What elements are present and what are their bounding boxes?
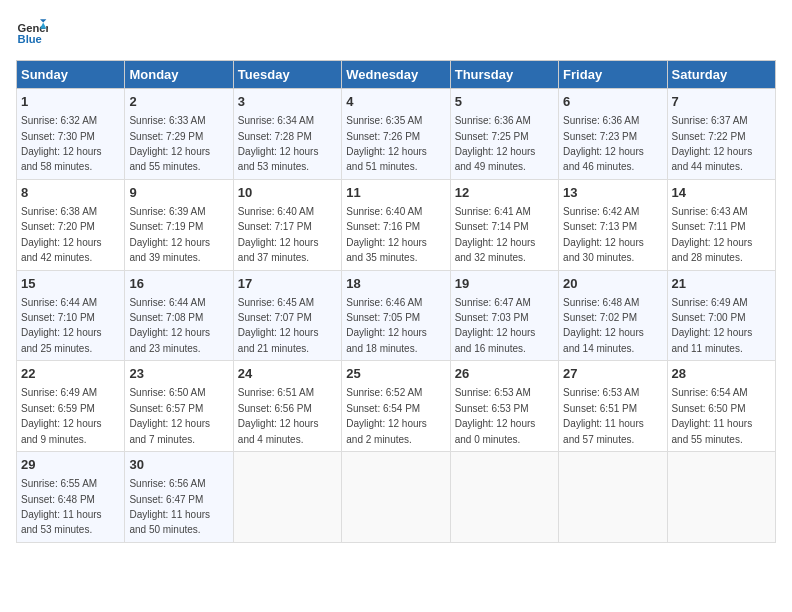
daylight-text: Daylight: 12 hours and 11 minutes. <box>672 327 753 353</box>
sunset-text: Sunset: 7:28 PM <box>238 131 312 142</box>
calendar-day-cell: 6 Sunrise: 6:36 AM Sunset: 7:23 PM Dayli… <box>559 89 667 180</box>
daylight-text: Daylight: 12 hours and 44 minutes. <box>672 146 753 172</box>
day-number: 7 <box>672 93 771 111</box>
day-number: 14 <box>672 184 771 202</box>
calendar-day-cell: 9 Sunrise: 6:39 AM Sunset: 7:19 PM Dayli… <box>125 179 233 270</box>
calendar-week-row: 8 Sunrise: 6:38 AM Sunset: 7:20 PM Dayli… <box>17 179 776 270</box>
day-number: 26 <box>455 365 554 383</box>
calendar-day-cell: 18 Sunrise: 6:46 AM Sunset: 7:05 PM Dayl… <box>342 270 450 361</box>
calendar-day-cell: 5 Sunrise: 6:36 AM Sunset: 7:25 PM Dayli… <box>450 89 558 180</box>
daylight-text: Daylight: 11 hours and 57 minutes. <box>563 418 644 444</box>
sunrise-text: Sunrise: 6:49 AM <box>672 297 748 308</box>
daylight-text: Daylight: 12 hours and 51 minutes. <box>346 146 427 172</box>
calendar-day-cell: 24 Sunrise: 6:51 AM Sunset: 6:56 PM Dayl… <box>233 361 341 452</box>
calendar-day-cell: 26 Sunrise: 6:53 AM Sunset: 6:53 PM Dayl… <box>450 361 558 452</box>
day-number: 27 <box>563 365 662 383</box>
sunrise-text: Sunrise: 6:52 AM <box>346 387 422 398</box>
day-number: 8 <box>21 184 120 202</box>
day-number: 25 <box>346 365 445 383</box>
day-number: 17 <box>238 275 337 293</box>
day-number: 10 <box>238 184 337 202</box>
daylight-text: Daylight: 11 hours and 50 minutes. <box>129 509 210 535</box>
day-number: 29 <box>21 456 120 474</box>
sunrise-text: Sunrise: 6:36 AM <box>455 115 531 126</box>
daylight-text: Daylight: 11 hours and 55 minutes. <box>672 418 753 444</box>
calendar-day-cell: 25 Sunrise: 6:52 AM Sunset: 6:54 PM Dayl… <box>342 361 450 452</box>
calendar-day-cell: 15 Sunrise: 6:44 AM Sunset: 7:10 PM Dayl… <box>17 270 125 361</box>
daylight-text: Daylight: 12 hours and 9 minutes. <box>21 418 102 444</box>
page-header: General Blue <box>16 16 776 48</box>
calendar-week-row: 15 Sunrise: 6:44 AM Sunset: 7:10 PM Dayl… <box>17 270 776 361</box>
sunset-text: Sunset: 7:13 PM <box>563 221 637 232</box>
daylight-text: Daylight: 12 hours and 14 minutes. <box>563 327 644 353</box>
calendar-day-cell: 4 Sunrise: 6:35 AM Sunset: 7:26 PM Dayli… <box>342 89 450 180</box>
daylight-text: Daylight: 12 hours and 25 minutes. <box>21 327 102 353</box>
day-number: 12 <box>455 184 554 202</box>
calendar-day-cell: 19 Sunrise: 6:47 AM Sunset: 7:03 PM Dayl… <box>450 270 558 361</box>
daylight-text: Daylight: 12 hours and 32 minutes. <box>455 237 536 263</box>
weekday-header-row: SundayMondayTuesdayWednesdayThursdayFrid… <box>17 61 776 89</box>
daylight-text: Daylight: 11 hours and 53 minutes. <box>21 509 102 535</box>
calendar-day-cell: 12 Sunrise: 6:41 AM Sunset: 7:14 PM Dayl… <box>450 179 558 270</box>
weekday-header-cell: Wednesday <box>342 61 450 89</box>
sunrise-text: Sunrise: 6:49 AM <box>21 387 97 398</box>
daylight-text: Daylight: 12 hours and 42 minutes. <box>21 237 102 263</box>
sunset-text: Sunset: 7:29 PM <box>129 131 203 142</box>
calendar-day-cell: 3 Sunrise: 6:34 AM Sunset: 7:28 PM Dayli… <box>233 89 341 180</box>
calendar-day-cell: 2 Sunrise: 6:33 AM Sunset: 7:29 PM Dayli… <box>125 89 233 180</box>
calendar-day-cell: 1 Sunrise: 6:32 AM Sunset: 7:30 PM Dayli… <box>17 89 125 180</box>
sunrise-text: Sunrise: 6:32 AM <box>21 115 97 126</box>
sunrise-text: Sunrise: 6:46 AM <box>346 297 422 308</box>
daylight-text: Daylight: 12 hours and 55 minutes. <box>129 146 210 172</box>
sunrise-text: Sunrise: 6:38 AM <box>21 206 97 217</box>
daylight-text: Daylight: 12 hours and 53 minutes. <box>238 146 319 172</box>
sunrise-text: Sunrise: 6:50 AM <box>129 387 205 398</box>
sunset-text: Sunset: 7:26 PM <box>346 131 420 142</box>
daylight-text: Daylight: 12 hours and 21 minutes. <box>238 327 319 353</box>
sunset-text: Sunset: 7:30 PM <box>21 131 95 142</box>
day-number: 28 <box>672 365 771 383</box>
day-number: 3 <box>238 93 337 111</box>
calendar-table: SundayMondayTuesdayWednesdayThursdayFrid… <box>16 60 776 543</box>
sunset-text: Sunset: 7:22 PM <box>672 131 746 142</box>
day-number: 20 <box>563 275 662 293</box>
daylight-text: Daylight: 12 hours and 7 minutes. <box>129 418 210 444</box>
sunrise-text: Sunrise: 6:34 AM <box>238 115 314 126</box>
day-number: 23 <box>129 365 228 383</box>
weekday-header-cell: Saturday <box>667 61 775 89</box>
calendar-body: 1 Sunrise: 6:32 AM Sunset: 7:30 PM Dayli… <box>17 89 776 543</box>
sunset-text: Sunset: 6:50 PM <box>672 403 746 414</box>
calendar-day-cell: 17 Sunrise: 6:45 AM Sunset: 7:07 PM Dayl… <box>233 270 341 361</box>
sunrise-text: Sunrise: 6:33 AM <box>129 115 205 126</box>
calendar-week-row: 1 Sunrise: 6:32 AM Sunset: 7:30 PM Dayli… <box>17 89 776 180</box>
calendar-day-cell: 8 Sunrise: 6:38 AM Sunset: 7:20 PM Dayli… <box>17 179 125 270</box>
calendar-day-cell <box>342 452 450 543</box>
sunrise-text: Sunrise: 6:41 AM <box>455 206 531 217</box>
daylight-text: Daylight: 12 hours and 35 minutes. <box>346 237 427 263</box>
calendar-day-cell: 27 Sunrise: 6:53 AM Sunset: 6:51 PM Dayl… <box>559 361 667 452</box>
logo: General Blue <box>16 16 52 48</box>
calendar-day-cell: 7 Sunrise: 6:37 AM Sunset: 7:22 PM Dayli… <box>667 89 775 180</box>
sunset-text: Sunset: 6:48 PM <box>21 494 95 505</box>
sunset-text: Sunset: 7:23 PM <box>563 131 637 142</box>
calendar-day-cell: 14 Sunrise: 6:43 AM Sunset: 7:11 PM Dayl… <box>667 179 775 270</box>
sunset-text: Sunset: 7:03 PM <box>455 312 529 323</box>
sunset-text: Sunset: 6:53 PM <box>455 403 529 414</box>
calendar-day-cell: 21 Sunrise: 6:49 AM Sunset: 7:00 PM Dayl… <box>667 270 775 361</box>
sunset-text: Sunset: 7:10 PM <box>21 312 95 323</box>
calendar-day-cell <box>667 452 775 543</box>
sunrise-text: Sunrise: 6:40 AM <box>238 206 314 217</box>
calendar-day-cell: 16 Sunrise: 6:44 AM Sunset: 7:08 PM Dayl… <box>125 270 233 361</box>
day-number: 5 <box>455 93 554 111</box>
sunrise-text: Sunrise: 6:47 AM <box>455 297 531 308</box>
day-number: 15 <box>21 275 120 293</box>
sunrise-text: Sunrise: 6:40 AM <box>346 206 422 217</box>
daylight-text: Daylight: 12 hours and 49 minutes. <box>455 146 536 172</box>
sunset-text: Sunset: 6:54 PM <box>346 403 420 414</box>
daylight-text: Daylight: 12 hours and 0 minutes. <box>455 418 536 444</box>
daylight-text: Daylight: 12 hours and 28 minutes. <box>672 237 753 263</box>
sunset-text: Sunset: 7:11 PM <box>672 221 746 232</box>
svg-text:Blue: Blue <box>18 33 42 45</box>
sunset-text: Sunset: 7:19 PM <box>129 221 203 232</box>
sunrise-text: Sunrise: 6:37 AM <box>672 115 748 126</box>
